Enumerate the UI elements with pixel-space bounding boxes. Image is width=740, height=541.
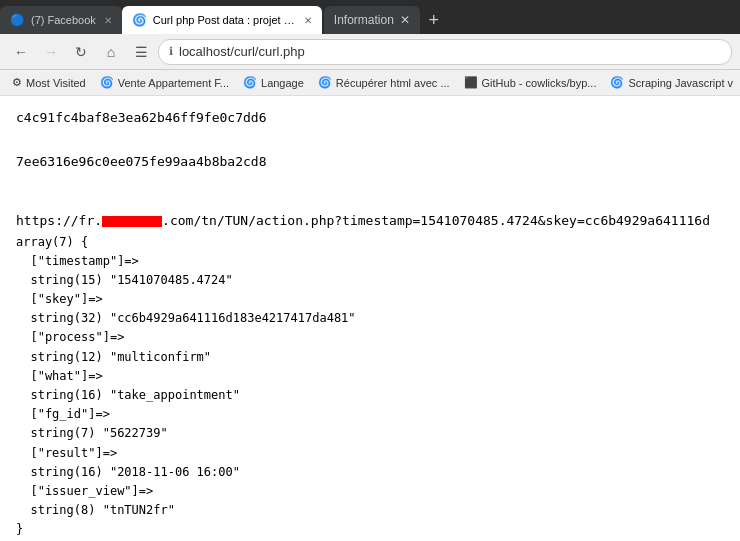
tab-bar: 🔵 (7) Facebook ✕ 🌀 Curl php Post data : … — [0, 0, 740, 34]
bookmark-most-visited[interactable]: ⚙ Most Visited — [6, 74, 92, 91]
url-part2: .com/tn/TUN/action.php?timestamp=1541070… — [162, 213, 710, 228]
info-tab-close[interactable]: ✕ — [400, 13, 410, 27]
bookmark-github[interactable]: ⬛ GitHub - cowlicks/byp... — [458, 74, 603, 91]
array-key-2: ["process"]=> — [16, 328, 724, 347]
array-key-6: ["issuer_view"]=> — [16, 482, 724, 501]
array-value-6: string(8) "tnTUN2fr" — [16, 501, 724, 520]
bookmarks-bar: ⚙ Most Visited 🌀 Vente Appartement F... … — [0, 70, 740, 96]
scraping-icon: 🌀 — [610, 76, 624, 89]
spacer3 — [16, 195, 724, 211]
array-header: array(7) { — [16, 233, 724, 252]
home-button[interactable]: ⌂ — [98, 39, 124, 65]
reader-mode-button[interactable]: ☰ — [128, 39, 154, 65]
address-bar[interactable]: ℹ localhost/curl/curl.php — [158, 39, 732, 65]
github-label: GitHub - cowlicks/byp... — [482, 77, 597, 89]
back-button[interactable]: ← — [8, 39, 34, 65]
info-tab-label: Information — [334, 13, 394, 27]
facebook-tab-close[interactable]: ✕ — [104, 15, 112, 26]
hash1-line: c4c91fc4baf8e3ea62b46ff9fe0c7dd6 — [16, 108, 724, 128]
lock-icon: ℹ — [169, 45, 173, 58]
hash2-value: 7ee6316e96c0ee075fe99aa4b8ba2cd8 — [16, 154, 266, 169]
facebook-tab-icon: 🔵 — [10, 13, 25, 27]
curl-tab-label: Curl php Post data : projet autob... — [153, 14, 296, 26]
array-value-0: string(15) "1541070485.4724" — [16, 271, 724, 290]
array-key-1: ["skey"]=> — [16, 290, 724, 309]
array-key-4: ["fg_id"]=> — [16, 405, 724, 424]
array-key-0: ["timestamp"]=> — [16, 252, 724, 271]
bookmark-vente[interactable]: 🌀 Vente Appartement F... — [94, 74, 235, 91]
array-block: array(7) { ["timestamp"]=> string(15) "1… — [16, 233, 724, 540]
vente-icon: 🌀 — [100, 76, 114, 89]
bookmark-scraping[interactable]: 🌀 Scraping Javascript v — [604, 74, 739, 91]
url-redacted — [102, 216, 162, 227]
array-footer: } — [16, 520, 724, 539]
recuperer-icon: 🌀 — [318, 76, 332, 89]
hash2-line: 7ee6316e96c0ee075fe99aa4b8ba2cd8 — [16, 152, 724, 172]
array-value-2: string(12) "multiconfirm" — [16, 348, 724, 367]
refresh-button[interactable]: ↻ — [68, 39, 94, 65]
curl-tab-close[interactable]: ✕ — [304, 15, 312, 26]
array-value-1: string(32) "cc6b4929a641116d183e4217417d… — [16, 309, 724, 328]
most-visited-label: Most Visited — [26, 77, 86, 89]
url-part1: https://fr. — [16, 213, 102, 228]
curl-tab-icon: 🌀 — [132, 13, 147, 27]
tab-facebook[interactable]: 🔵 (7) Facebook ✕ — [0, 6, 122, 34]
scraping-label: Scraping Javascript v — [628, 77, 733, 89]
array-key-5: ["result"]=> — [16, 444, 724, 463]
forward-button[interactable]: → — [38, 39, 64, 65]
navigation-bar: ← → ↻ ⌂ ☰ ℹ localhost/curl/curl.php — [0, 34, 740, 70]
github-icon: ⬛ — [464, 76, 478, 89]
page-content: c4c91fc4baf8e3ea62b46ff9fe0c7dd6 7ee6316… — [0, 96, 740, 541]
array-value-5: string(16) "2018-11-06 16:00" — [16, 463, 724, 482]
array-value-4: string(7) "5622739" — [16, 424, 724, 443]
most-visited-icon: ⚙ — [12, 76, 22, 89]
bookmark-langage[interactable]: 🌀 Langage — [237, 74, 310, 91]
array-value-3: string(16) "take_appointment" — [16, 386, 724, 405]
tab-info[interactable]: Information ✕ — [324, 6, 420, 34]
bookmark-recuperer[interactable]: 🌀 Récupérer html avec ... — [312, 74, 456, 91]
facebook-tab-label: (7) Facebook — [31, 14, 96, 26]
browser-chrome: 🔵 (7) Facebook ✕ 🌀 Curl php Post data : … — [0, 0, 740, 96]
url-line: https://fr. .com/tn/TUN/action.php?times… — [16, 211, 724, 231]
langage-label: Langage — [261, 77, 304, 89]
recuperer-label: Récupérer html avec ... — [336, 77, 450, 89]
langage-icon: 🌀 — [243, 76, 257, 89]
spacer1 — [16, 136, 724, 152]
new-tab-button[interactable]: + — [420, 6, 448, 34]
tab-curl[interactable]: 🌀 Curl php Post data : projet autob... ✕ — [122, 6, 322, 34]
spacer2 — [16, 179, 724, 195]
url-display: localhost/curl/curl.php — [179, 44, 721, 59]
array-key-3: ["what"]=> — [16, 367, 724, 386]
hash1-value: c4c91fc4baf8e3ea62b46ff9fe0c7dd6 — [16, 110, 266, 125]
vente-label: Vente Appartement F... — [118, 77, 229, 89]
